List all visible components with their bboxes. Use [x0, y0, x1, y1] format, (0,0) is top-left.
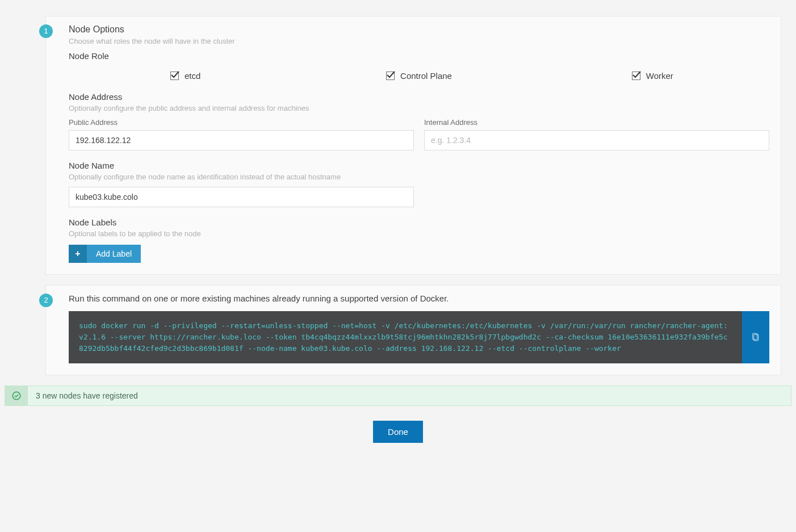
check-icon — [632, 72, 640, 80]
success-icon — [5, 386, 28, 405]
plus-icon: + — [69, 245, 87, 263]
add-label-button-text: Add Label — [87, 245, 141, 263]
node-labels-title: Node Labels — [69, 217, 769, 227]
status-text: 3 new nodes have registered — [28, 386, 146, 405]
checkbox-etcd-label: etcd — [185, 71, 200, 81]
done-button[interactable]: Done — [373, 421, 423, 443]
node-role-title: Node Role — [69, 51, 769, 61]
command-code-block[interactable]: sudo docker run -d --privileged --restar… — [69, 311, 742, 363]
internal-address-input[interactable] — [424, 130, 769, 150]
step-badge-1: 1 — [39, 24, 53, 38]
copy-button[interactable] — [742, 311, 769, 363]
checkbox-control-plane-label: Control Plane — [400, 71, 452, 81]
run-command-panel: 2 Run this command on one or more existi… — [45, 285, 781, 375]
checkbox-worker-label: Worker — [646, 71, 673, 81]
node-name-input[interactable] — [69, 187, 414, 207]
add-label-button[interactable]: + Add Label — [69, 245, 141, 263]
node-options-desc: Choose what roles the node will have in … — [69, 37, 769, 45]
clipboard-icon — [751, 332, 760, 342]
node-name-title: Node Name — [69, 161, 769, 170]
step-badge-2: 2 — [39, 294, 53, 307]
node-name-desc: Optionally configure the node name as id… — [69, 173, 769, 181]
public-address-label: Public Address — [69, 118, 414, 127]
checkbox-control-plane[interactable]: Control Plane — [386, 71, 452, 81]
run-command-desc: Run this command on one or more existing… — [69, 294, 769, 303]
public-address-input[interactable] — [69, 130, 414, 150]
check-icon — [170, 72, 179, 80]
check-icon — [386, 72, 395, 80]
node-options-title: Node Options — [69, 24, 769, 35]
checkbox-worker[interactable]: Worker — [632, 71, 673, 81]
node-options-panel: 1 Node Options Choose what roles the nod… — [45, 16, 781, 275]
node-labels-desc: Optional labels to be applied to the nod… — [69, 229, 769, 238]
svg-point-2 — [12, 392, 20, 400]
checkbox-etcd[interactable]: etcd — [170, 71, 200, 81]
status-bar: 3 new nodes have registered — [5, 386, 791, 406]
node-address-title: Node Address — [69, 92, 769, 102]
node-address-desc: Optionally configure the public address … — [69, 104, 769, 112]
internal-address-label: Internal Address — [424, 118, 769, 127]
